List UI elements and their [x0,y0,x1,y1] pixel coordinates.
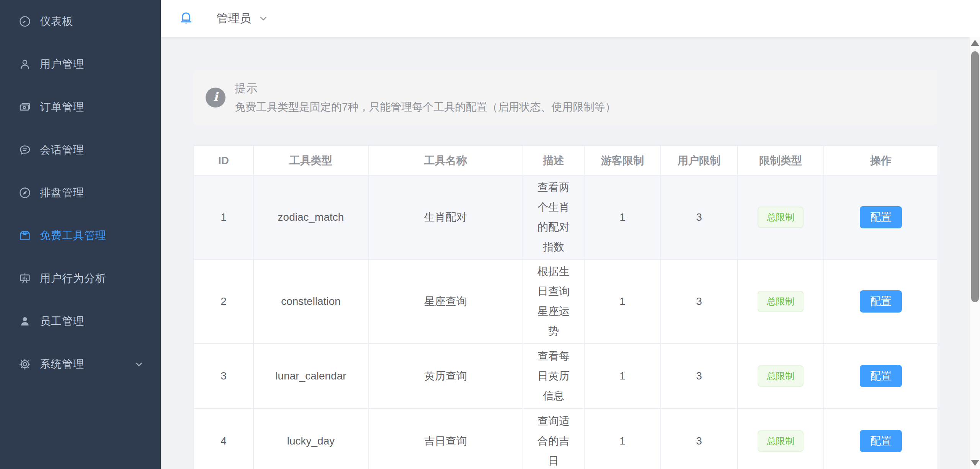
cell-tool-name: 黄历查询 [368,344,523,409]
vertical-scrollbar [969,37,980,469]
limit-type-badge: 总限制 [758,207,804,228]
configure-button[interactable]: 配置 [860,206,902,228]
sidebar-item-sessions[interactable]: 会话管理 [0,129,161,171]
table-row: 3 lunar_calendar 黄历查询 查看每日黄历信息 1 3 总限制 配… [194,344,938,409]
staff-icon [18,315,31,328]
column-header: 限制类型 [737,146,824,175]
cell-limit-type: 总限制 [737,259,824,344]
configure-button[interactable]: 配置 [860,290,902,313]
column-header: 工具名称 [368,146,523,175]
sidebar-item-dashboard[interactable]: 仪表板 [0,0,161,43]
cell-id: 1 [194,175,253,259]
tools-table: ID工具类型工具名称描述游客限制用户限制限制类型操作 1 zodiac_matc… [193,145,938,469]
compass-icon [18,186,31,199]
cell-guest-limit: 1 [584,259,661,344]
cell-id: 4 [194,409,253,469]
table-header-row: ID工具类型工具名称描述游客限制用户限制限制类型操作 [194,146,938,175]
cell-tool-type: constellation [253,259,368,344]
limit-type-badge: 总限制 [758,291,804,312]
cell-actions: 配置 [824,259,938,344]
cell-description: 查看两个生肖的配对指数 [523,175,584,259]
topbar: 管理员 [161,0,980,37]
column-header: 工具类型 [253,146,368,175]
chevron-down-icon [258,13,269,24]
cell-tool-name: 生肖配对 [368,175,523,259]
sidebar: 仪表板 用户管理 订单管理 会话管理 排盘管理 免费工具管理 用户行为分析 员工… [0,0,161,469]
column-header: 操作 [824,146,938,175]
analytics-icon [18,272,31,285]
info-icon: i [206,88,225,107]
scroll-up-arrow[interactable] [971,40,979,46]
limit-type-badge: 总限制 [758,365,804,387]
gear-icon [18,358,31,371]
user-icon [18,58,31,71]
column-header: 游客限制 [584,146,661,175]
sidebar-item-system[interactable]: 系统管理 [0,343,161,386]
alert-title: 提示 [235,81,616,96]
sidebar-item-orders[interactable]: 订单管理 [0,86,161,129]
table-row: 1 zodiac_match 生肖配对 查看两个生肖的配对指数 1 3 总限制 … [194,175,938,259]
cell-user-limit: 3 [661,344,737,409]
cell-guest-limit: 1 [584,175,661,259]
user-name: 管理员 [217,11,251,26]
column-header: 用户限制 [661,146,737,175]
sidebar-item-staff[interactable]: 员工管理 [0,300,161,343]
cell-tool-name: 星座查询 [368,259,523,344]
cell-actions: 配置 [824,409,938,469]
cell-limit-type: 总限制 [737,409,824,469]
sidebar-item-behavior[interactable]: 用户行为分析 [0,257,161,300]
cell-limit-type: 总限制 [737,175,824,259]
main-content: i 提示 免费工具类型是固定的7种，只能管理每个工具的配置（启用状态、使用限制等… [161,37,969,469]
cell-tool-type: lunar_calendar [253,344,368,409]
table-row: 2 constellation 星座查询 根据生日查询星座运势 1 3 总限制 … [194,259,938,344]
sidebar-item-paipan[interactable]: 排盘管理 [0,171,161,214]
cell-description: 查看每日黄历信息 [523,344,584,409]
cell-actions: 配置 [824,344,938,409]
chevron-down-icon [134,359,144,369]
cell-description: 根据生日查询星座运势 [523,259,584,344]
cell-actions: 配置 [824,175,938,259]
table-row: 4 lucky_day 吉日查询 查询适合的吉日 1 3 总限制 配置 [194,409,938,469]
chat-icon [18,143,31,156]
configure-button[interactable]: 配置 [860,430,902,452]
limit-type-badge: 总限制 [758,430,804,452]
column-header: ID [194,146,253,175]
cell-guest-limit: 1 [584,344,661,409]
cell-id: 2 [194,259,253,344]
configure-button[interactable]: 配置 [860,365,902,387]
cell-id: 3 [194,344,253,409]
order-icon [18,101,31,114]
sidebar-item-free-tools[interactable]: 免费工具管理 [0,214,161,257]
cell-user-limit: 3 [661,409,737,469]
box-icon [18,229,31,242]
info-alert: i 提示 免费工具类型是固定的7种，只能管理每个工具的配置（启用状态、使用限制等… [193,70,938,125]
cell-user-limit: 3 [661,175,737,259]
cell-guest-limit: 1 [584,409,661,469]
column-header: 描述 [523,146,584,175]
cell-description: 查询适合的吉日 [523,409,584,469]
cell-tool-type: lucky_day [253,409,368,469]
alert-description: 免费工具类型是固定的7种，只能管理每个工具的配置（启用状态、使用限制等） [235,100,616,114]
cell-user-limit: 3 [661,259,737,344]
scroll-down-arrow[interactable] [971,460,979,466]
scrollbar-thumb[interactable] [971,51,979,302]
gauge-icon [18,15,31,28]
user-menu[interactable]: 管理员 [217,11,269,26]
bell-icon[interactable] [178,10,194,27]
cell-limit-type: 总限制 [737,344,824,409]
cell-tool-name: 吉日查询 [368,409,523,469]
cell-tool-type: zodiac_match [253,175,368,259]
sidebar-menu: 仪表板 用户管理 订单管理 会话管理 排盘管理 免费工具管理 用户行为分析 员工… [0,0,161,386]
sidebar-item-users[interactable]: 用户管理 [0,43,161,86]
app-root: 仪表板 用户管理 订单管理 会话管理 排盘管理 免费工具管理 用户行为分析 员工… [0,0,980,469]
